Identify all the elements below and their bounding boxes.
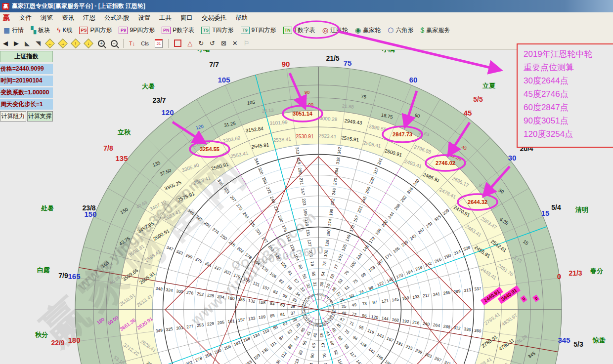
rotate-ccw-button[interactable]: ↺ — [207, 40, 218, 47]
annotation-line: 45度2746点 — [524, 87, 613, 101]
menu-item-8[interactable]: 交易委托 — [197, 14, 231, 22]
svg-text:115: 115 — [323, 363, 329, 364]
toolbar-button-赢家服务[interactable]: $赢家服务 — [417, 23, 454, 37]
pan-down-button[interactable]: ↓ — [82, 40, 95, 47]
wheel-outer-label: 30 — [508, 154, 517, 162]
toolbar-button-P数字表[interactable]: PNP数字表 — [158, 23, 198, 37]
key-levels-annotation: 2019年江恩轮中轮 重要点位测算 30度2644点 45度2746点 60度2… — [517, 43, 613, 148]
ts-badge-icon: TS — [201, 27, 210, 34]
svg-text:2530.91: 2530.91 — [296, 134, 314, 139]
svg-text:84: 84 — [269, 301, 275, 306]
menu-item-2[interactable]: 资讯 — [57, 14, 79, 22]
svg-text:276: 276 — [186, 290, 194, 296]
triangle-tool-button[interactable]: △ — [184, 40, 195, 47]
wheel-outer-label: 大暑 — [142, 82, 155, 90]
svg-text:252: 252 — [196, 291, 204, 297]
svg-text:66: 66 — [311, 343, 316, 348]
next-button[interactable]: ▶ — [11, 40, 22, 47]
menu-item-5[interactable]: 设置 — [133, 14, 155, 22]
hexagon-icon: ⬡ — [388, 27, 394, 34]
svg-text:241: 241 — [433, 291, 440, 297]
prev-button[interactable]: ◀ — [0, 40, 11, 47]
annotation-line: 30度2644点 — [524, 74, 613, 87]
p9-badge-icon: P9 — [119, 27, 128, 34]
wheel-outer-label: 23/7 — [152, 96, 166, 104]
svg-text:73: 73 — [362, 301, 367, 306]
app-logo: 赢 — [3, 13, 10, 22]
menu-item-4[interactable]: 公式选股 — [100, 14, 133, 22]
app-icon: 赢 — [2, 3, 9, 10]
wheel-outer-label: 120 — [161, 108, 174, 117]
svg-text:120: 120 — [371, 314, 379, 320]
svg-text:264: 264 — [433, 323, 440, 328]
calc-support-button[interactable]: 计算支撑 — [27, 111, 53, 121]
rotate-left-tri-button[interactable]: ◣ — [22, 40, 33, 47]
wheel-outer-label: 清明 — [575, 206, 588, 213]
toolbar-button-9T四方形[interactable]: T99T四方形 — [237, 23, 280, 37]
zoom-in-button[interactable]: + — [95, 40, 108, 47]
menu-item-7[interactable]: 窗口 — [176, 14, 197, 22]
svg-text:37: 37 — [290, 310, 296, 316]
menu-item-9[interactable]: 帮助 — [231, 14, 252, 22]
svg-text:78: 78 — [322, 261, 327, 266]
wheel-outer-label: 立夏 — [482, 82, 496, 89]
wheel-outer-label: 135 — [115, 154, 128, 162]
svg-text:294: 294 — [334, 167, 340, 175]
cls-button[interactable]: Cls — [138, 40, 152, 46]
pan-right-button[interactable]: → — [56, 40, 69, 47]
zoom-out-button[interactable]: − — [108, 40, 121, 47]
svg-text:324: 324 — [166, 287, 174, 293]
rotate-cw-button[interactable]: ↻ — [195, 40, 207, 47]
pan-left-button[interactable]: ← — [44, 40, 56, 47]
toolbar-button-P四方形[interactable]: PSP四方形 — [76, 23, 115, 37]
svg-text:31: 31 — [312, 282, 318, 287]
toolbar-button-六角形[interactable]: ⬡六角形 — [384, 23, 417, 37]
ps-badge-icon: PS — [79, 27, 88, 34]
toolbar-button-行情[interactable]: ▦行情 — [0, 23, 27, 37]
svg-text:319: 319 — [296, 157, 302, 165]
toolbar-button-T数字表[interactable]: TNT数字表 — [280, 23, 319, 37]
svg-text:75: 75 — [361, 93, 367, 99]
svg-text:277: 277 — [186, 324, 194, 329]
calendar-button[interactable]: 21 — [152, 39, 166, 48]
svg-text:289: 289 — [453, 288, 461, 294]
wheel-outer-label: 5/3 — [573, 340, 583, 348]
toolbar-button-赢家轮[interactable]: ◉赢家轮 — [351, 23, 384, 37]
menu-item-3[interactable]: 江恩 — [79, 14, 100, 22]
window-title: 赢家江恩专业版[赢家服务平台] - [上证指数 江恩轮] — [12, 2, 145, 10]
svg-text:342: 342 — [337, 147, 343, 155]
index-info-panel: 上证指数 价格=2440.9099 时间=20190104 变换系数=1.000… — [0, 51, 53, 121]
toolbar-button-江恩轮[interactable]: ◎江恩轮 — [319, 23, 351, 37]
svg-text:144: 144 — [381, 316, 389, 322]
menu-item-1[interactable]: 浏览 — [36, 14, 57, 22]
wheel-outer-label: 7/7 — [209, 61, 219, 69]
toolbar-button-9P四方形[interactable]: P99P四方形 — [115, 23, 158, 37]
toolbar-button-板块[interactable]: ▚板块 — [27, 23, 53, 37]
gann-wheel-icon: ◎ — [322, 27, 328, 34]
menu-item-6[interactable]: 工具 — [155, 14, 176, 22]
svg-text:300: 300 — [176, 288, 184, 294]
t-updown-button[interactable]: T↓ — [126, 40, 138, 46]
menu-item-0[interactable]: 文件 — [15, 14, 36, 22]
calc-resistance-button[interactable]: 计算阻力 — [0, 111, 26, 121]
pan-up-button[interactable]: ↑ — [69, 40, 82, 47]
wheel-outer-label: 5/5 — [473, 95, 483, 103]
wheel-outer-label: 75 — [344, 59, 352, 67]
svg-text:108: 108 — [258, 299, 266, 305]
rotate-right-tri-button[interactable]: ◥ — [33, 40, 44, 47]
blocks-icon: ▚ — [31, 27, 36, 34]
flag-button[interactable]: ⚐ — [241, 40, 253, 47]
svg-text:193: 193 — [412, 294, 420, 300]
grid-icon: ▦ — [3, 27, 10, 34]
wheel-outer-label: 90 — [282, 60, 290, 68]
svg-text:192: 192 — [402, 318, 410, 324]
wheel-outer-label: 白露 — [37, 266, 50, 274]
svg-text:360: 360 — [474, 328, 482, 334]
box-x-button[interactable]: ⊠ — [218, 40, 229, 47]
svg-text:174: 174 — [327, 219, 333, 227]
shrink-button[interactable]: ✕ — [229, 40, 241, 47]
toolbar-button-T四方形[interactable]: TST四方形 — [198, 23, 237, 37]
toolbar-button-K线[interactable]: ϟK线 — [53, 23, 76, 37]
square-tool-button[interactable] — [171, 40, 184, 47]
svg-text:246: 246 — [331, 188, 337, 196]
